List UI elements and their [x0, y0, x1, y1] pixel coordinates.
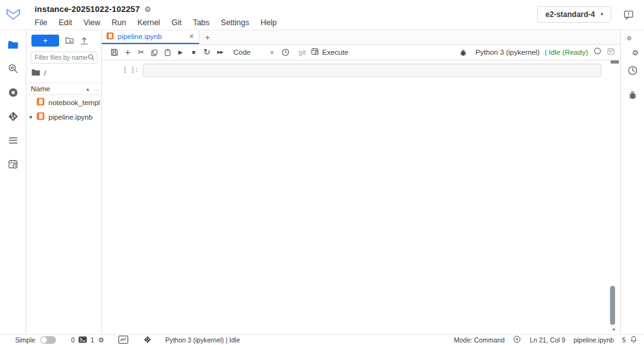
tab-pipeline-ipynb[interactable]: pipeline.ipynb × — [102, 30, 199, 44]
command-mode-item[interactable]: Mode: Command — [454, 336, 505, 344]
notebook-file-icon — [36, 98, 45, 107]
top-bar: instance-20251022-102257 ⚙ File Edit Vie… — [0, 0, 644, 30]
left-activity-bar — [0, 30, 26, 334]
copy-icon — [150, 48, 158, 57]
menu-file[interactable]: File — [29, 16, 53, 29]
menu-git[interactable]: Git — [166, 16, 187, 29]
instance-title-row: instance-20251022-102257 ⚙ — [35, 4, 151, 14]
kernels-count: 1 — [91, 336, 94, 344]
calendar-icon[interactable] — [607, 47, 615, 58]
git-toolbar-label[interactable]: git — [299, 48, 306, 56]
filter-files-box — [31, 52, 97, 64]
kernel-status-text: | Idle (Ready) — [545, 48, 588, 56]
menu-run[interactable]: Run — [106, 16, 132, 29]
name-column-header[interactable]: Name — [31, 85, 86, 93]
breadcrumb: / — [26, 64, 101, 81]
filter-files-input[interactable] — [35, 54, 87, 61]
accessibility-mode-icon[interactable] — [513, 335, 521, 345]
notifications-item[interactable]: 5 — [622, 335, 638, 345]
cell-type-value: Code — [233, 48, 270, 56]
cut-cells-button[interactable]: ✂ — [135, 46, 147, 59]
code-cell[interactable]: [ ]: — [116, 64, 601, 77]
paste-cells-button[interactable] — [161, 46, 174, 59]
feedback-button[interactable] — [623, 9, 634, 20]
status-bar: Simple 0 1 ⚙ Python 3 (ipykernel) | Idle… — [0, 334, 644, 345]
search-icon — [8, 63, 19, 74]
breadcrumb-root[interactable]: / — [44, 69, 46, 77]
restart-run-all-button[interactable]: ▶▶ — [214, 46, 226, 59]
sidebar-item-running-kernels[interactable] — [5, 84, 21, 101]
execute-button[interactable]: Execute — [311, 47, 348, 57]
kernel-name[interactable]: Python 3 (ipykernel) — [475, 48, 540, 56]
cursor-position-item[interactable]: Ln 21, Col 9 — [530, 336, 565, 344]
copy-cells-button[interactable] — [148, 46, 160, 59]
running-sessions[interactable]: 0 1 ⚙ — [71, 336, 128, 345]
main-dock-panel: pipeline.ipynb × + + ✂ — [102, 30, 620, 334]
file-row-pipeline[interactable]: pipeline.ipynb — [26, 110, 101, 124]
git-status-icon[interactable] — [143, 336, 152, 345]
sidebar-item-table-of-contents[interactable] — [5, 132, 21, 149]
file-name: notebook_template.i... — [48, 99, 100, 106]
file-listing-header[interactable]: Name ▲ … — [26, 82, 101, 95]
terminals-count: 0 — [71, 336, 75, 344]
menu-settings[interactable]: Settings — [215, 16, 255, 29]
git-icon — [8, 111, 19, 122]
workbench-logo[interactable] — [0, 0, 26, 30]
menu-view[interactable]: View — [78, 16, 106, 29]
debugger-icon[interactable] — [457, 46, 470, 59]
paste-icon — [164, 48, 172, 57]
active-file-label: pipeline.ipynb — [574, 336, 614, 344]
kernel-idle-indicator-icon[interactable] — [593, 47, 602, 58]
sidebar-item-scheduler[interactable] — [5, 156, 21, 172]
kernel-status-item[interactable]: Python 3 (ipykernel) | Idle — [165, 336, 240, 344]
clock-icon — [281, 48, 290, 57]
folder-icon — [7, 38, 19, 51]
sidebar-item-git[interactable] — [5, 108, 21, 125]
file-row-notebook-template[interactable]: notebook_template.i... — [26, 95, 101, 110]
new-folder-button[interactable] — [65, 36, 74, 45]
right-activity-bar: ⚙⚙ — [620, 30, 644, 334]
scrollbar-thumb[interactable] — [610, 286, 615, 325]
upload-button[interactable] — [80, 37, 89, 45]
cell-editor[interactable] — [143, 64, 601, 77]
save-button[interactable] — [108, 46, 121, 59]
jupyterlab-app: instance-20251022-102257 ⚙ File Edit Vie… — [0, 0, 644, 345]
notifications-count: 5 — [622, 336, 626, 344]
save-icon — [110, 48, 119, 57]
system-metrics-icon[interactable] — [118, 336, 128, 345]
machine-type-dropdown[interactable]: e2-standard-4 ▾ — [537, 6, 611, 23]
upload-icon — [80, 38, 89, 47]
sort-ascending-icon: ▲ — [86, 87, 90, 91]
sidebar-item-history[interactable] — [625, 62, 641, 79]
home-folder-icon[interactable] — [31, 69, 40, 77]
insert-cell-button[interactable]: + — [121, 46, 134, 59]
new-tab-button[interactable]: + — [199, 30, 216, 44]
simple-mode-label: Simple — [15, 336, 35, 344]
tab-label: pipeline.ipynb — [118, 33, 185, 40]
sidebar-item-debugger[interactable] — [625, 87, 641, 103]
toolbar-kernel-area: Python 3 (ipykernel) | Idle (Ready) — [457, 46, 615, 59]
column-options-icon[interactable]: … — [94, 86, 100, 92]
instance-settings-gear-icon[interactable]: ⚙ — [144, 6, 151, 13]
menu-tabs[interactable]: Tabs — [187, 16, 215, 29]
cell-type-dropdown[interactable]: Code ∨ — [233, 48, 274, 56]
new-launcher-button[interactable]: + — [31, 35, 59, 47]
scroll-down-icon[interactable]: ▾ — [613, 327, 615, 332]
menu-help[interactable]: Help — [255, 16, 282, 29]
cell-timing-button[interactable] — [279, 46, 292, 59]
workbench-logo-icon — [5, 6, 21, 25]
sidebar-item-file-browser[interactable] — [5, 37, 21, 53]
menu-edit[interactable]: Edit — [53, 16, 78, 29]
calendar-clock-icon — [311, 47, 319, 57]
sidebar-item-search[interactable] — [5, 60, 21, 77]
simple-mode-toggle[interactable] — [40, 336, 56, 344]
tab-bar: pipeline.ipynb × + — [102, 30, 620, 45]
restart-kernel-button[interactable]: ↻ — [201, 46, 213, 59]
status-bar-right: Mode: Command Ln 21, Col 9 pipeline.ipyn… — [454, 335, 639, 345]
run-cell-button[interactable]: ▶ — [174, 46, 187, 59]
close-icon[interactable]: × — [189, 33, 194, 40]
interrupt-kernel-button[interactable]: ■ — [187, 46, 200, 59]
sidebar-item-property-inspector[interactable]: ⚙⚙ — [625, 38, 641, 54]
menu-kernel[interactable]: Kernel — [132, 16, 166, 29]
chevron-down-icon: ▾ — [601, 12, 603, 17]
